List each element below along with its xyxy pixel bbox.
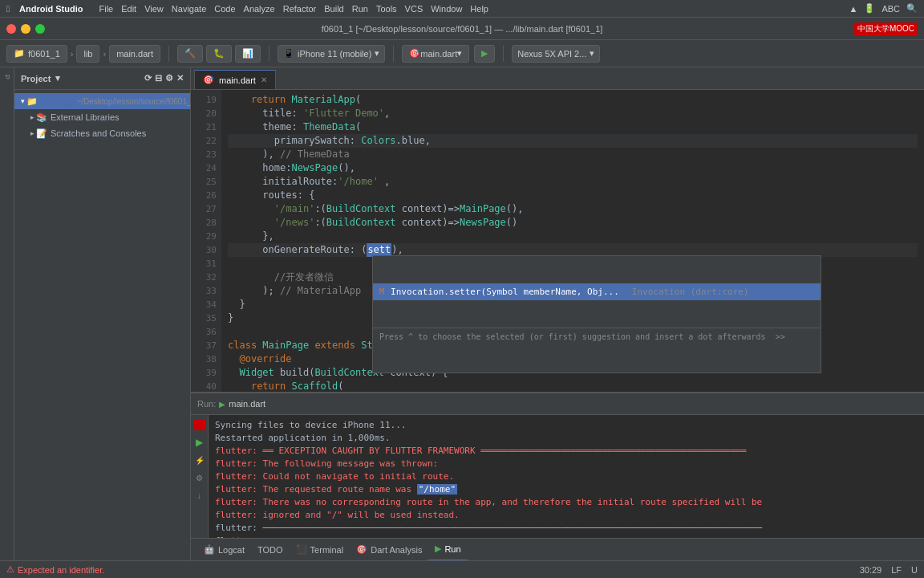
code-area[interactable]: 19 20 21 22 23 24 25 26 27 28 29 30 31 3… [191, 90, 924, 392]
stop-btn[interactable] [193, 418, 206, 431]
console-line-6: flutter: The requested route name was "/… [215, 482, 918, 495]
menu-file[interactable]: File [99, 4, 113, 14]
autocomplete-text: Invocation.setter(Symbol memberName, Obj… [391, 285, 619, 299]
menu-right-icons: ▲ 🔋 ABC 🔍 [849, 3, 918, 14]
bottom-tabs-bar: 🤖 Logcat TODO ⬛ Terminal 🎯 Dart Analysis… [191, 538, 924, 560]
console-text-6a: flutter: The requested route name was [215, 484, 417, 495]
tab-run[interactable]: ▶ Run [428, 539, 467, 561]
tree-item-libs[interactable]: ▸ 📚 External Libraries [14, 109, 190, 125]
search-icon[interactable]: 🔍 [906, 3, 918, 14]
sep1 [168, 46, 169, 62]
settings-icon[interactable]: ⚙ [165, 73, 173, 83]
left-vtabs: P [0, 67, 14, 560]
tab-todo[interactable]: TODO [251, 539, 290, 561]
menu-bar:  Android Studio File Edit View Navigate… [0, 0, 924, 18]
menu-code[interactable]: Code [214, 4, 235, 14]
code-content[interactable]: return MaterialApp( title: 'Flutter Demo… [221, 90, 924, 392]
console-line-7: flutter: There was no corresponding rout… [215, 495, 918, 508]
lib-btn[interactable]: lib [76, 45, 99, 63]
code-line-22: primarySwatch: Colors.blue, [228, 134, 918, 148]
code-line-23: ), // ThemeData [228, 148, 918, 161]
device-selector[interactable]: 📱 iPhone 11 (mobile) ▾ [278, 45, 385, 63]
minimize-button[interactable] [21, 24, 30, 34]
collapse-icon[interactable]: ⊟ [155, 73, 162, 83]
window-title: f0601_1 [~/Desktop/lesson/source/f0601_1… [322, 24, 603, 34]
menu-navigate[interactable]: Navigate [172, 4, 206, 14]
project-view-icon[interactable]: P [1, 71, 14, 83]
code-line-40: return Scaffold( [228, 380, 918, 392]
sidebar-expand-icon: ▾ [55, 73, 60, 83]
sync-icon[interactable]: ⟳ [144, 73, 152, 83]
close-button[interactable] [6, 24, 16, 34]
build-btn[interactable]: 🔨 [177, 45, 203, 63]
project-btn[interactable]: 📁 f0601_1 [6, 45, 67, 63]
project-name: f0601_1 [41, 96, 73, 106]
menu-vcs[interactable]: VCS [405, 4, 424, 14]
console-line-5: flutter: Could not navigate to initial r… [215, 470, 918, 482]
menu-run[interactable]: Run [352, 4, 368, 14]
wifi-icon: ▲ [849, 4, 857, 14]
rerun-btn[interactable]: ▶ [193, 436, 206, 449]
project-path: ~/Desktop/lesson/source/f0601_1 [76, 97, 196, 106]
autocomplete-source: Invocation (dart:core) [632, 285, 749, 299]
scroll-btn[interactable]: ↓ [193, 489, 206, 502]
project-nav: 📁 f0601_1 › lib › main.dart [6, 45, 160, 63]
sidebar-tree: ▾ 📁 f0601_1 ~/Desktop/lesson/source/f060… [14, 90, 190, 144]
tree-item-project[interactable]: ▾ 📁 f0601_1 ~/Desktop/lesson/source/f060… [14, 93, 190, 109]
menu-view[interactable]: View [144, 4, 164, 14]
tab-logcat[interactable]: 🤖 Logcat [197, 539, 251, 561]
maximize-button[interactable] [35, 24, 45, 34]
external-libs-label: External Libraries [51, 112, 120, 122]
tab-dart-analysis[interactable]: 🎯 Dart Analysis [350, 539, 428, 561]
console-text-4: flutter: The following message was throw… [215, 458, 438, 469]
scratches-label: Scratches and Consoles [51, 128, 146, 138]
settings-btn[interactable]: ⚙ [193, 471, 206, 484]
sidebar: Project ▾ ⟳ ⊟ ⚙ ✕ ▾ 📁 f0601_1 ~/Desktop/… [14, 67, 191, 560]
tree-item-scratches[interactable]: ▸ 📝 Scratches and Consoles [14, 125, 190, 141]
expand-arrow: ▾ [21, 97, 25, 105]
sep2 [269, 46, 270, 62]
tab-main-dart[interactable]: 🎯 main.dart ✕ [194, 70, 276, 89]
run-button[interactable]: ▶ [474, 45, 495, 63]
run-tab-label: Run [444, 544, 460, 554]
file-btn[interactable]: main.dart [109, 45, 160, 63]
tab-close-icon[interactable]: ✕ [261, 75, 267, 84]
console-line-4: flutter: The following message was throw… [215, 457, 918, 470]
menu-refactor[interactable]: Refactor [283, 4, 317, 14]
menu-window[interactable]: Window [431, 4, 462, 14]
tab-terminal[interactable]: ⬛ Terminal [290, 539, 351, 561]
code-line-29: }, [228, 230, 918, 243]
line-numbers: 19 20 21 22 23 24 25 26 27 28 29 30 31 3… [191, 90, 221, 392]
status-message: Expected an identifier. [18, 565, 104, 575]
project-folder-icon: 📁 [26, 96, 38, 107]
menu-analyze[interactable]: Analyze [244, 4, 275, 14]
attach-btn[interactable]: ⚡ [193, 454, 206, 466]
menu-build[interactable]: Build [324, 4, 343, 14]
code-line-21: theme: ThemeData( [228, 120, 918, 134]
debug-btn[interactable]: 🐛 [206, 45, 232, 63]
close-icon[interactable]: ✕ [176, 73, 184, 83]
menu-help[interactable]: Help [470, 4, 488, 14]
autocomplete-item[interactable]: M Invocation.setter(Symbol memberName, O… [373, 283, 821, 300]
run-label: Run: [197, 399, 216, 409]
run-filename: main.dart [229, 399, 265, 409]
console-line-1: Syncing files to device iPhone 11... [215, 418, 918, 431]
run-config-label: main.dart [420, 49, 457, 59]
autocomplete-popup[interactable]: M Invocation.setter(Symbol memberName, O… [372, 255, 821, 373]
chevron-down-icon: ▾ [375, 48, 379, 59]
menu-tools[interactable]: Tools [376, 4, 397, 14]
terminal-label: Terminal [310, 545, 344, 555]
console-text-7: flutter: There was no corresponding rout… [215, 497, 762, 507]
run-chevron-icon: ▾ [457, 48, 462, 59]
console-content: Syncing files to device iPhone 11... Res… [209, 415, 924, 538]
run-config[interactable]: 🎯 main.dart ▾ [402, 45, 469, 63]
emulator-selector[interactable]: Nexus 5X API 2... ▾ [512, 45, 600, 63]
phone-icon: 📱 [283, 48, 294, 59]
line-ending: LF [891, 565, 902, 575]
profile-btn[interactable]: 📊 [235, 45, 261, 63]
run-header: Run: ▶ main.dart [191, 393, 924, 415]
scratches-arrow: ▸ [30, 129, 34, 137]
libs-folder-icon: 📚 [36, 112, 47, 123]
menu-edit[interactable]: Edit [121, 4, 136, 14]
logcat-icon: 🤖 [204, 544, 215, 555]
